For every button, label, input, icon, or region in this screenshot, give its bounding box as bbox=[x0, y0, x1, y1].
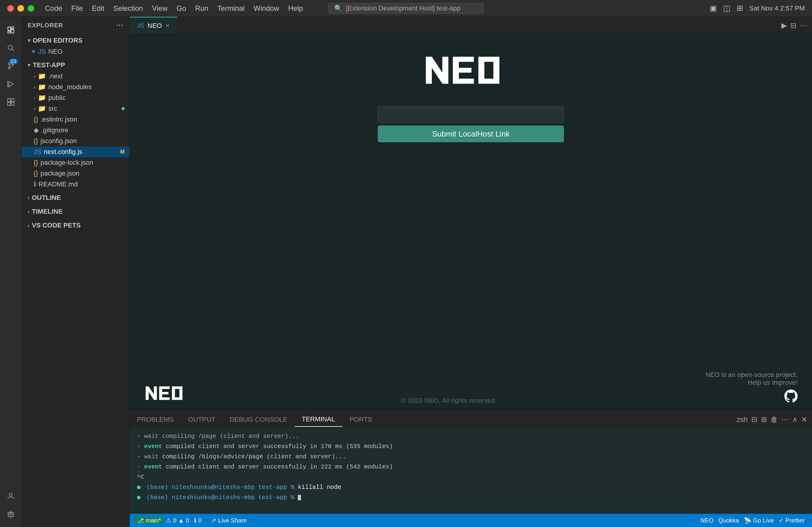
prettier-status[interactable]: ✓ Prettier bbox=[776, 517, 807, 524]
file-label: jsconfig.json bbox=[41, 137, 77, 145]
url-input[interactable] bbox=[378, 106, 564, 123]
git-icon: ◆ bbox=[34, 126, 39, 134]
activity-bottom bbox=[2, 487, 19, 527]
tab-terminal[interactable]: TERMINAL bbox=[294, 412, 342, 427]
run-activity-icon[interactable] bbox=[2, 76, 19, 92]
menu-bar: Code File Edit Selection View Go Run Ter… bbox=[45, 4, 303, 13]
menu-go[interactable]: Go bbox=[177, 4, 186, 13]
file-readme[interactable]: ℹ README.md bbox=[21, 179, 129, 190]
json-icon3: {} bbox=[34, 159, 38, 167]
file-gitignore[interactable]: ◆ .gitignore bbox=[21, 125, 129, 136]
github-icon[interactable] bbox=[706, 390, 798, 405]
open-editors-section: ▾ OPEN EDITORS ✕ JS NEO bbox=[21, 34, 129, 58]
folder-icon: 📁 bbox=[38, 72, 46, 80]
split-terminal-icon[interactable]: ⊟ bbox=[751, 415, 757, 424]
layout3-icon[interactable]: ⊞ bbox=[737, 4, 743, 13]
menu-view[interactable]: View bbox=[152, 4, 168, 13]
layout2-icon[interactable]: ◫ bbox=[723, 4, 730, 13]
split-editor-icon[interactable]: ⊟ bbox=[791, 21, 796, 30]
menu-window[interactable]: Window bbox=[253, 4, 279, 13]
explorer-activity-icon[interactable] bbox=[2, 21, 19, 39]
menu-run[interactable]: Run bbox=[195, 4, 208, 13]
tab-problems[interactable]: PROBLEMS bbox=[130, 412, 181, 427]
info-icon: ℹ bbox=[194, 517, 197, 524]
file-jsconfig[interactable]: {} jsconfig.json bbox=[21, 136, 129, 147]
menu-selection[interactable]: Selection bbox=[113, 4, 143, 13]
vscode-pets-toggle[interactable]: › VS CODE PETS bbox=[21, 220, 129, 231]
open-editors-label: OPEN EDITORS bbox=[33, 36, 83, 44]
clear-terminal-icon[interactable]: 🗑 bbox=[771, 415, 778, 424]
submit-button[interactable]: Submit LocalHost Link bbox=[378, 125, 564, 142]
settings-icon[interactable] bbox=[2, 506, 19, 522]
test-app-toggle[interactable]: ▾ TEST-APP bbox=[21, 59, 129, 71]
status-bar: ⎇ main* ⚠ 0 ▲ 0 ℹ 0 ↗ Live Share bbox=[130, 514, 812, 527]
more-terminal-icon[interactable]: ⋯ bbox=[781, 415, 788, 424]
term-line-2: - event compiled client and server succe… bbox=[137, 441, 805, 452]
search-center: 🔍 [Extension Development Host] test-app bbox=[328, 3, 484, 14]
git-branch-status[interactable]: ⎇ main* bbox=[134, 517, 163, 524]
cursor bbox=[298, 495, 301, 500]
menu-code[interactable]: Code bbox=[45, 4, 62, 13]
fullscreen-button[interactable] bbox=[28, 5, 34, 12]
folder-next[interactable]: › 📁 .next bbox=[21, 71, 129, 81]
tab-output[interactable]: OUTPUT bbox=[181, 412, 222, 427]
tab-close-icon[interactable]: ✕ bbox=[165, 22, 170, 29]
folder-label: public bbox=[48, 94, 66, 102]
debug-console-label: DEBUG CONSOLE bbox=[230, 416, 287, 423]
close-panel-icon[interactable]: ✕ bbox=[801, 415, 807, 424]
layout-icon[interactable]: ▣ bbox=[710, 4, 717, 13]
menu-file[interactable]: File bbox=[71, 4, 83, 13]
neo-status[interactable]: NEO bbox=[698, 517, 715, 524]
tab-debug-console[interactable]: DEBUG CONSOLE bbox=[222, 412, 294, 427]
file-package[interactable]: {} package.json bbox=[21, 168, 129, 179]
warning-icon: ▲ bbox=[178, 517, 184, 524]
problems-label: PROBLEMS bbox=[137, 416, 174, 423]
folder-src[interactable]: › 📁 src bbox=[21, 103, 129, 114]
file-next-config[interactable]: JS next.config.js M bbox=[21, 147, 129, 157]
file-label: README.md bbox=[39, 180, 78, 188]
go-live-status[interactable]: 📡 Go Live bbox=[741, 517, 776, 524]
info-status[interactable]: ℹ 0 bbox=[192, 517, 204, 524]
close-icon[interactable]: ✕ bbox=[31, 48, 36, 55]
new-terminal-icon[interactable]: ⊞ bbox=[761, 415, 767, 424]
menu-terminal[interactable]: Terminal bbox=[217, 4, 245, 13]
command-palette[interactable]: 🔍 [Extension Development Host] test-app bbox=[328, 3, 484, 14]
terminal-label: TERMINAL bbox=[302, 415, 335, 423]
menu-edit[interactable]: Edit bbox=[92, 4, 104, 13]
error-icon: ⚠ bbox=[166, 517, 171, 524]
minimize-button[interactable] bbox=[17, 5, 24, 12]
live-share-status[interactable]: ↗ Live Share bbox=[209, 514, 249, 527]
tab-neo[interactable]: JS NEO ✕ bbox=[130, 17, 177, 34]
maximize-panel-icon[interactable]: ∧ bbox=[792, 415, 798, 424]
more-actions-icon[interactable]: ⋯ bbox=[800, 21, 807, 30]
search-activity-icon[interactable] bbox=[2, 40, 19, 57]
term-line-1: - wait compiling /page (client and serve… bbox=[137, 431, 805, 441]
close-button[interactable] bbox=[7, 5, 14, 12]
file-package-lock[interactable]: {} package-lock.json bbox=[21, 157, 129, 168]
menu-help[interactable]: Help bbox=[288, 4, 303, 13]
outline-toggle[interactable]: › OUTLINE bbox=[21, 192, 129, 204]
open-editor-neo[interactable]: ✕ JS NEO bbox=[21, 46, 129, 57]
source-control-badge: 23 bbox=[9, 59, 18, 64]
editor-area: .neo-letter { fill: white; } Su bbox=[130, 34, 812, 412]
svg-point-16 bbox=[9, 493, 12, 496]
account-icon[interactable] bbox=[2, 487, 19, 504]
neo-logo-large: .neo-letter { fill: white; } bbox=[423, 52, 519, 88]
extensions-activity-icon[interactable] bbox=[2, 94, 19, 110]
file-eslint[interactable]: {} .eslintrc.json bbox=[21, 114, 129, 125]
quokka-status[interactable]: Quokka bbox=[716, 517, 741, 524]
open-editors-toggle[interactable]: ▾ OPEN EDITORS bbox=[21, 35, 129, 46]
term-line-3: - wait compiling /blogs/advice/page (cli… bbox=[137, 452, 805, 462]
submit-label: Submit LocalHost Link bbox=[432, 129, 510, 139]
timeline-toggle[interactable]: › TIMELINE bbox=[21, 206, 129, 217]
new-file-icon[interactable]: ⋯ bbox=[116, 21, 124, 29]
folder-node-modules[interactable]: › 📁 node_modules bbox=[21, 81, 129, 92]
errors-status[interactable]: ⚠ 0 ▲ 0 bbox=[163, 517, 192, 524]
form-area: Submit LocalHost Link bbox=[378, 106, 564, 142]
run-file-icon[interactable]: ▶ bbox=[781, 21, 787, 30]
source-control-activity-icon[interactable]: 23 bbox=[2, 58, 19, 74]
svg-rect-0 bbox=[8, 27, 11, 30]
folder-public[interactable]: › 📁 public bbox=[21, 92, 129, 103]
error-count: 0 bbox=[173, 517, 176, 524]
tab-ports[interactable]: PORTS bbox=[342, 412, 379, 427]
